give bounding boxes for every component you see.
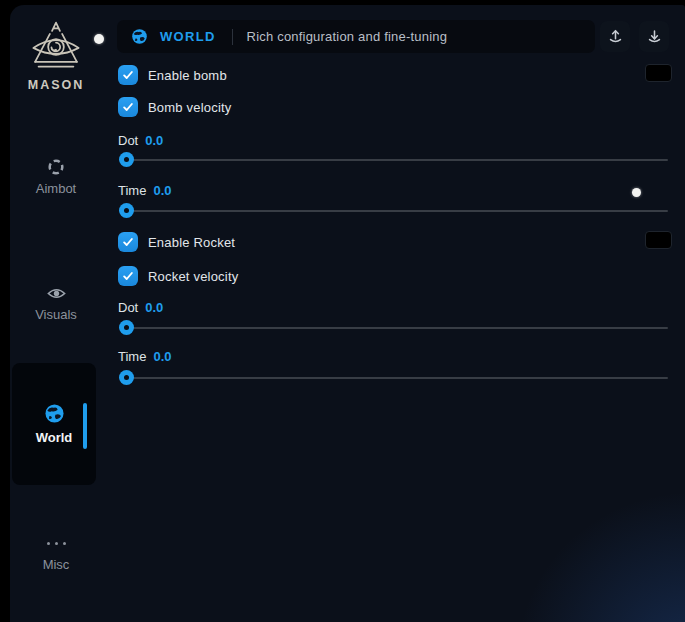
download-config-button[interactable] (639, 21, 669, 52)
toggle-label: Enable bomb (148, 68, 227, 83)
toggle-enable-rocket[interactable]: Enable Rocket (118, 232, 235, 252)
slider-dot-bomb[interactable] (119, 159, 668, 161)
sidebar-item-aimbot[interactable]: Aimbot (10, 157, 102, 196)
slider-handle[interactable] (119, 370, 134, 385)
slider-name: Time (118, 183, 146, 198)
upload-config-button[interactable] (600, 21, 630, 52)
slider-value: 0.0 (145, 300, 163, 315)
slider-time-rocket[interactable] (119, 377, 668, 379)
page-subtitle: Rich configuration and fine-tuning (247, 29, 447, 44)
sidebar-item-label: Misc (10, 557, 102, 572)
upload-icon (607, 28, 624, 45)
slider-label-time: Time 0.0 (118, 183, 171, 198)
mason-menu-window: MASON Aimbot Visuals (10, 5, 685, 622)
slider-dot-rocket[interactable] (119, 327, 668, 329)
slider-handle[interactable] (119, 203, 134, 218)
page-header: WORLD Rich configuration and fine-tuning (117, 20, 595, 53)
slider-handle[interactable] (119, 152, 134, 167)
crosshair-icon (10, 157, 102, 177)
sidebar-item-label: Aimbot (10, 181, 102, 196)
slider-time-bomb[interactable] (119, 210, 668, 212)
header-divider (232, 29, 233, 45)
sidebar: MASON Aimbot Visuals (10, 5, 110, 622)
checkbox-checked-icon[interactable] (118, 97, 138, 117)
sidebar-item-visuals[interactable]: Visuals (10, 283, 102, 322)
globe-icon (131, 28, 148, 45)
globe-icon (44, 404, 65, 424)
toggle-label: Rocket velocity (148, 269, 238, 284)
toggle-label: Enable Rocket (148, 235, 235, 250)
checkbox-checked-icon[interactable] (118, 232, 138, 252)
toggle-rocket-velocity[interactable]: Rocket velocity (118, 266, 238, 286)
bomb-color-swatch[interactable] (645, 64, 672, 82)
sidebar-item-misc[interactable]: Misc (10, 533, 102, 572)
eye-icon (10, 283, 102, 303)
slider-name: Dot (118, 133, 138, 148)
slider-handle[interactable] (119, 320, 134, 335)
brand-logo: MASON (10, 20, 102, 92)
slider-name: Time (118, 349, 146, 364)
slider-value: 0.0 (145, 133, 163, 148)
slider-value: 0.0 (153, 183, 171, 198)
toggle-bomb-velocity[interactable]: Bomb velocity (118, 97, 232, 117)
mason-eye-pyramid-icon (10, 20, 102, 74)
brand-name: MASON (10, 78, 102, 92)
sidebar-item-label: World (36, 430, 73, 445)
cursor-dot (632, 188, 641, 197)
page-title: WORLD (160, 29, 216, 44)
slider-value: 0.0 (153, 349, 171, 364)
checkbox-checked-icon[interactable] (118, 266, 138, 286)
checkbox-checked-icon[interactable] (118, 65, 138, 85)
download-icon (646, 28, 663, 45)
rocket-color-swatch[interactable] (645, 231, 672, 249)
slider-label-dot: Dot 0.0 (118, 300, 163, 315)
slider-label-time: Time 0.0 (118, 349, 171, 364)
active-tab-indicator (83, 403, 87, 449)
toggle-enable-bomb[interactable]: Enable bomb (118, 65, 227, 85)
toggle-label: Bomb velocity (148, 100, 232, 115)
cursor-dot (94, 34, 104, 44)
sidebar-item-label: Visuals (10, 307, 102, 322)
corner-glow (485, 462, 685, 622)
ellipsis-icon (10, 533, 102, 553)
slider-label-dot: Dot 0.0 (118, 133, 163, 148)
slider-name: Dot (118, 300, 138, 315)
